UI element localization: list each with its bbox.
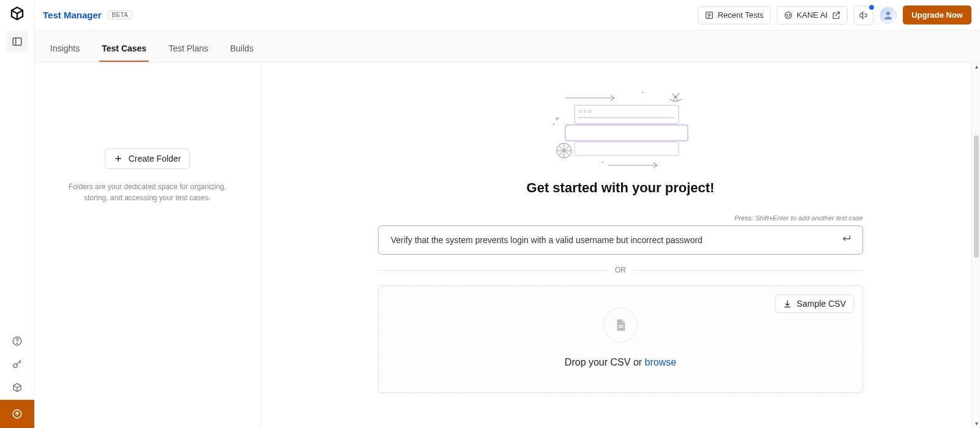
download-icon — [783, 299, 792, 309]
scroll-up-icon[interactable]: ▴ — [973, 64, 979, 70]
svg-rect-10 — [575, 105, 679, 124]
sidebar-toggle-button[interactable] — [6, 31, 28, 53]
tab-test-plans[interactable]: Test Plans — [166, 35, 211, 62]
notification-dot-icon — [868, 4, 875, 11]
or-divider: OR — [378, 266, 863, 274]
page-title[interactable]: Test Manager — [43, 10, 102, 20]
scroll-down-icon[interactable]: ▾ — [973, 421, 979, 427]
kane-ai-button[interactable]: KANE AI — [777, 6, 848, 24]
plus-icon — [114, 154, 123, 163]
app-logo-icon[interactable] — [10, 6, 24, 21]
csv-dropzone[interactable]: Sample CSV Drop your CSV or browse — [378, 285, 863, 393]
drop-text: Drop your CSV or browse — [388, 357, 853, 368]
create-folder-button[interactable]: Create Folder — [105, 148, 190, 169]
beta-badge: BETA — [108, 10, 133, 20]
main-column: Test Manager BETA Recent Tests KANE AI — [34, 0, 980, 428]
sample-csv-label: Sample CSV — [797, 299, 846, 309]
recent-tests-label: Recent Tests — [718, 10, 764, 20]
or-label: OR — [615, 266, 626, 274]
shortcut-hint: Press: Shift+Enter to add another test c… — [378, 214, 863, 222]
svg-rect-18 — [619, 325, 623, 326]
upgrade-rail-button[interactable] — [0, 400, 34, 428]
avatar-icon — [883, 10, 894, 21]
list-icon — [704, 10, 714, 20]
create-folder-label: Create Folder — [129, 154, 181, 163]
sample-csv-button[interactable]: Sample CSV — [775, 295, 854, 313]
body: Create Folder Folders are your dedicated… — [34, 62, 980, 428]
get-started-heading: Get started with your project! — [378, 180, 863, 196]
testcase-input-card — [378, 225, 863, 255]
sidebar-helper-text: Folders are your dedicated space for org… — [56, 181, 239, 203]
folders-sidebar: Create Folder Folders are your dedicated… — [34, 62, 261, 428]
help-icon[interactable] — [6, 330, 28, 352]
file-icon — [603, 308, 638, 342]
external-link-icon — [831, 10, 841, 20]
tab-test-cases[interactable]: Test Cases — [99, 35, 149, 62]
drop-prefix: Drop your CSV or — [565, 357, 645, 367]
avatar[interactable] — [880, 7, 897, 24]
empty-state-illustration — [378, 87, 863, 173]
topbar: Test Manager BETA Recent Tests KANE AI — [34, 0, 980, 31]
tab-insights[interactable]: Insights — [48, 35, 82, 62]
tab-builds[interactable]: Builds — [228, 35, 256, 62]
scrollbar-thumb[interactable] — [974, 135, 979, 258]
svg-rect-0 — [13, 38, 21, 45]
svg-rect-16 — [575, 142, 679, 156]
kane-ai-label: KANE AI — [797, 10, 828, 20]
svg-point-8 — [789, 14, 790, 15]
upgrade-button[interactable]: Upgrade Now — [903, 6, 971, 24]
svg-point-9 — [886, 12, 890, 15]
megaphone-icon — [859, 10, 869, 20]
enter-icon[interactable] — [842, 233, 853, 247]
svg-rect-15 — [565, 125, 688, 141]
svg-point-2 — [17, 343, 17, 344]
scrollbar[interactable]: ▴ ▾ — [971, 62, 980, 428]
svg-point-7 — [786, 14, 787, 15]
browse-link[interactable]: browse — [645, 357, 677, 367]
announcements-button[interactable] — [854, 6, 873, 25]
content-area: Get started with your project! Press: Sh… — [261, 62, 980, 428]
testcase-input[interactable] — [391, 235, 833, 245]
svg-point-3 — [13, 364, 17, 367]
cube-icon[interactable] — [6, 377, 28, 399]
bot-icon — [783, 10, 793, 20]
recent-tests-button[interactable]: Recent Tests — [698, 6, 771, 24]
key-icon[interactable] — [6, 353, 28, 375]
svg-point-6 — [785, 12, 791, 18]
left-rail — [0, 0, 34, 428]
svg-rect-19 — [619, 327, 623, 328]
tabs-row: Insights Test Cases Test Plans Builds — [34, 31, 980, 62]
